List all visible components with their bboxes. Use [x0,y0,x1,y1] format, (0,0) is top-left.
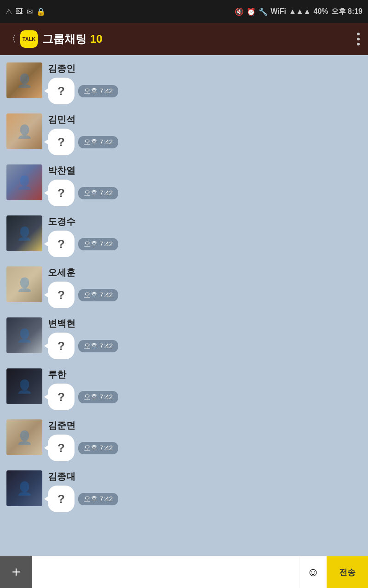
status-bar: ⚠ 🖼 ✉ 🔒 🔇 ⏰ 🔧 WiFi ▲▲▲ 40% 오후 8:19 [0,0,368,23]
chat-content: 김준면 ? 오후 7:42 [48,419,362,461]
battery-label: 40% [314,7,328,16]
chat-item[interactable]: 👤 오세훈 ? 오후 7:42 [0,262,368,313]
tools-icon: 🔧 [259,7,268,16]
signal-icon: ▲▲▲ [289,7,311,16]
chat-item[interactable]: 👤 박찬열 ? 오후 7:42 [0,160,368,211]
chat-bubble: ? [48,282,75,308]
chat-bubble: ? [48,231,75,257]
status-right: 🔇 ⏰ 🔧 WiFi ▲▲▲ 40% 오후 8:19 [235,7,362,17]
emoji-button[interactable]: ☺ [299,556,327,588]
chat-item[interactable]: 👤 김준면 ? 오후 7:42 [0,415,368,466]
bottom-bar: + ☺ 전송 [0,556,368,588]
avatar-image: 👤 [6,164,42,200]
chat-name: 김종인 [48,62,362,75]
chat-bubble-row: ? 오후 7:42 [48,78,362,104]
chat-time: 오후 7:42 [78,85,118,97]
avatar-image: 👤 [6,317,42,353]
avatar: 👤 [6,470,42,506]
chat-name: 박찬열 [48,164,362,177]
avatar: 👤 [6,266,42,302]
chat-item[interactable]: 👤 도경수 ? 오후 7:42 [0,211,368,262]
send-button[interactable]: 전송 [327,556,368,588]
emoji-icon: ☺ [307,565,319,579]
mail-icon: ✉ [27,7,33,16]
chat-content: 김종인 ? 오후 7:42 [48,62,362,104]
chat-time: 오후 7:42 [78,238,118,250]
avatar-image: 👤 [6,62,42,98]
chat-item[interactable]: 👤 김종인 ? 오후 7:42 [0,58,368,109]
chat-content: 박찬열 ? 오후 7:42 [48,164,362,206]
chat-name: 루한 [48,368,362,381]
chat-bubble-row: ? 오후 7:42 [48,282,362,308]
chat-bubble: ? [48,129,75,155]
avatar-image: 👤 [6,215,42,251]
status-icons-left: ⚠ 🖼 ✉ 🔒 [6,7,46,16]
header-title: 그룹채팅 [42,32,86,46]
image-icon: 🖼 [16,7,23,16]
chat-item[interactable]: 👤 김종대 ? 오후 7:42 [0,466,368,517]
avatar-image: 👤 [6,266,42,302]
avatar-image: 👤 [6,419,42,455]
avatar: 👤 [6,164,42,200]
back-button[interactable]: 〈 [6,32,17,46]
menu-dot-1 [357,33,360,35]
avatar: 👤 [6,113,42,149]
chat-bubble-row: ? 오후 7:42 [48,486,362,512]
chat-bubble: ? [48,333,75,359]
avatar: 👤 [6,215,42,251]
avatar: 👤 [6,368,42,404]
chat-bubble-row: ? 오후 7:42 [48,435,362,461]
chat-bubble: ? [48,180,75,206]
chat-item[interactable]: 👤 변백현 ? 오후 7:42 [0,313,368,364]
add-button[interactable]: + [0,556,32,588]
chat-time: 오후 7:42 [78,136,118,148]
talk-logo-text: TALK [23,37,36,42]
wifi-icon: WiFi [270,7,286,16]
chat-content: 변백현 ? 오후 7:42 [48,317,362,359]
chat-name: 변백현 [48,317,362,330]
chat-content: 루한 ? 오후 7:42 [48,368,362,410]
chat-bubble: ? [48,384,75,410]
chat-bubble-row: ? 오후 7:42 [48,129,362,155]
chat-name: 도경수 [48,215,362,228]
alarm-icon: ⏰ [247,7,256,16]
chat-time: 오후 7:42 [78,391,118,403]
avatar: 👤 [6,317,42,353]
time-label: 오후 8:19 [331,7,362,17]
chat-name: 김종대 [48,470,362,483]
chat-name: 김준면 [48,419,362,432]
chat-name: 오세훈 [48,266,362,279]
add-icon: + [12,564,21,581]
chat-content: 김민석 ? 오후 7:42 [48,113,362,155]
avatar: 👤 [6,419,42,455]
alert-icon: ⚠ [6,7,12,16]
talk-logo: TALK [20,30,38,48]
header-menu-button[interactable] [357,33,360,45]
lock-icon: 🔒 [36,7,46,16]
header: 〈 TALK 그룹채팅 10 [0,23,368,55]
chat-time: 오후 7:42 [78,289,118,301]
chat-time: 오후 7:42 [78,187,118,199]
chat-content: 김종대 ? 오후 7:42 [48,470,362,512]
avatar-image: 👤 [6,113,42,149]
send-label: 전송 [339,567,356,578]
message-input[interactable] [32,556,299,588]
chat-content: 오세훈 ? 오후 7:42 [48,266,362,308]
chat-bubble-row: ? 오후 7:42 [48,384,362,410]
chat-bubble: ? [48,78,75,104]
chat-bubble: ? [48,486,75,512]
chat-time: 오후 7:42 [78,340,118,352]
chat-item[interactable]: 👤 김민석 ? 오후 7:42 [0,109,368,160]
menu-dot-3 [357,43,360,45]
chat-bubble-row: ? 오후 7:42 [48,333,362,359]
mute-icon: 🔇 [235,7,244,16]
chat-item[interactable]: 👤 루한 ? 오후 7:42 [0,364,368,415]
avatar-image: 👤 [6,368,42,404]
chat-time: 오후 7:42 [78,493,118,505]
header-count: 10 [90,33,103,45]
chat-content: 도경수 ? 오후 7:42 [48,215,362,257]
chat-list: 👤 김종인 ? 오후 7:42 👤 김민석 ? 오후 7:42 [0,55,368,556]
avatar: 👤 [6,62,42,98]
chat-bubble-row: ? 오후 7:42 [48,231,362,257]
avatar-image: 👤 [6,470,42,506]
